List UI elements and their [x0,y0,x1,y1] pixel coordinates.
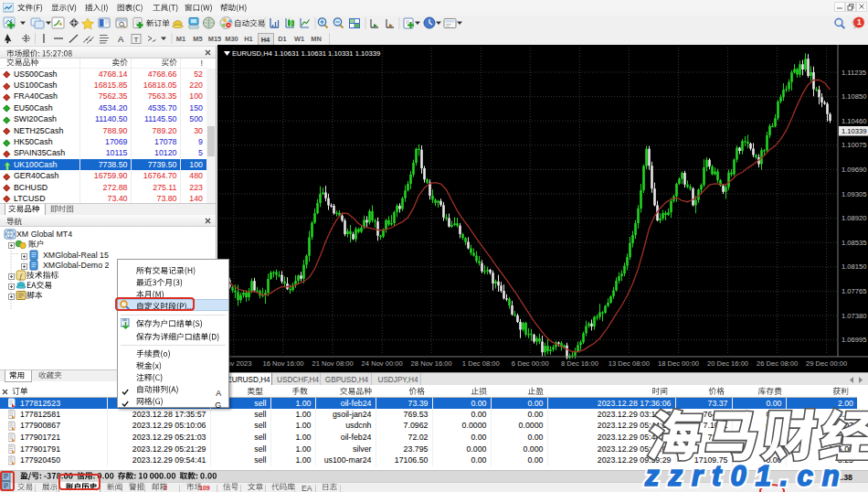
svg-text:zzrt01.cn: zzrt01.cn [644,460,849,492]
